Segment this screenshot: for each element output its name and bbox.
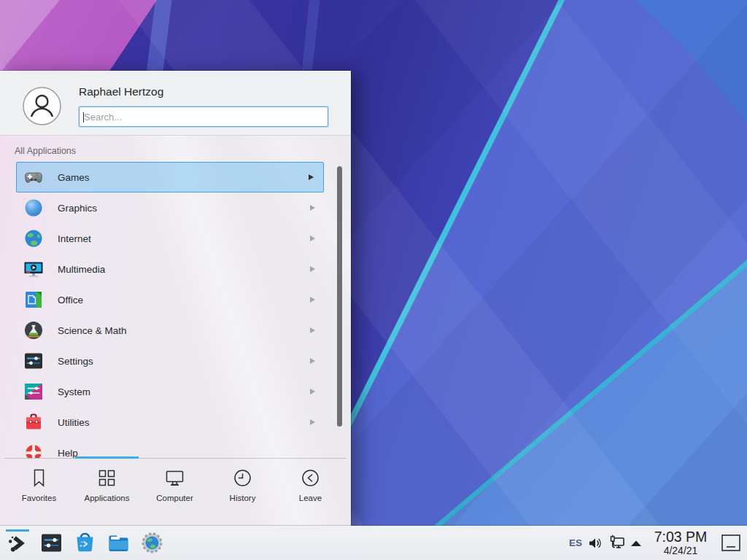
- category-office[interactable]: Office: [16, 284, 324, 315]
- category-list: Games Graphics Intern: [0, 162, 336, 458]
- user-name: Raphael Hertzog: [79, 85, 163, 98]
- active-tab-indicator: [75, 456, 139, 459]
- section-label: All Applications: [15, 146, 76, 156]
- category-label: Multimedia: [58, 264, 105, 275]
- submenu-arrow-icon: [310, 236, 315, 241]
- submenu-arrow-icon: [310, 266, 315, 272]
- submenu-arrow-icon: [310, 205, 315, 211]
- utilities-icon: [24, 413, 43, 432]
- application-launcher-button[interactable]: [4, 529, 31, 558]
- category-label: Games: [58, 172, 90, 183]
- show-desktop-button[interactable]: [719, 529, 743, 557]
- desktop: Raphael Hertzog All Applications: [0, 0, 747, 560]
- submenu-arrow-icon: [310, 389, 315, 394]
- tab-label: History: [230, 494, 256, 502]
- tray-expand-button[interactable]: [629, 526, 643, 560]
- category-graphics[interactable]: Graphics: [16, 192, 324, 223]
- search-input[interactable]: [79, 106, 328, 127]
- office-icon: [24, 290, 43, 309]
- games-icon: [24, 168, 43, 187]
- tab-favorites[interactable]: Favorites: [5, 462, 73, 523]
- category-help[interactable]: Help: [16, 438, 324, 458]
- system-icon: [24, 382, 43, 401]
- caret-up-icon: [630, 540, 642, 547]
- multimedia-icon: [24, 260, 43, 279]
- app-launcher-icon: [6, 531, 30, 555]
- category-settings[interactable]: Settings: [16, 346, 324, 376]
- category-label: System: [58, 386, 90, 397]
- category-label: Graphics: [58, 203, 97, 214]
- leave-icon: [300, 467, 321, 489]
- volume-icon: [587, 534, 605, 552]
- category-multimedia[interactable]: Multimedia: [16, 254, 324, 284]
- settings-icon: [24, 351, 43, 370]
- taskbar-app-icons: [4, 526, 165, 560]
- application-launcher-menu: Raphael Hertzog All Applications: [0, 71, 351, 526]
- category-utilities[interactable]: Utilities: [16, 407, 324, 438]
- submenu-arrow-icon: [310, 327, 315, 333]
- tabbar-separator: [4, 458, 347, 459]
- file-manager-button[interactable]: [105, 529, 131, 558]
- tab-label: Favorites: [22, 494, 56, 502]
- tab-label: Leave: [299, 494, 322, 502]
- launcher-header: Raphael Hertzog: [0, 71, 351, 136]
- tab-label: Computer: [156, 494, 193, 502]
- help-icon: [24, 443, 43, 458]
- digital-clock[interactable]: 7:03 PM 4/24/21: [646, 526, 715, 560]
- category-label: Office: [58, 295, 83, 306]
- clock-icon: [232, 467, 253, 489]
- bookmark-icon: [28, 467, 50, 489]
- grid-icon: [96, 467, 117, 489]
- tab-computer[interactable]: Computer: [141, 462, 209, 523]
- tab-leave[interactable]: Leave: [276, 462, 344, 523]
- user-avatar-icon: [23, 87, 61, 125]
- list-scrollbar[interactable]: [337, 166, 342, 427]
- discover-icon: [73, 531, 97, 555]
- category-games[interactable]: Games: [16, 162, 324, 192]
- system-settings-button[interactable]: [38, 529, 64, 558]
- launcher-tabbar: Favorites Applications Computer: [5, 462, 344, 523]
- submenu-arrow-icon: [310, 297, 315, 303]
- clock-date: 4/24/21: [664, 545, 698, 556]
- category-label: Settings: [58, 356, 93, 367]
- monitor-icon: [164, 467, 185, 489]
- volume-button[interactable]: [587, 526, 605, 560]
- file-manager-icon: [107, 531, 131, 555]
- tab-label: Applications: [84, 494, 129, 502]
- tab-applications[interactable]: Applications: [73, 462, 141, 523]
- internet-icon: [24, 229, 43, 248]
- science-icon: [24, 321, 43, 340]
- show-desktop-icon: [721, 534, 741, 553]
- category-label: Internet: [58, 233, 91, 244]
- web-browser-button[interactable]: [139, 529, 165, 558]
- category-internet[interactable]: Internet: [16, 223, 324, 254]
- network-button[interactable]: [607, 526, 627, 560]
- web-browser-icon: [140, 531, 164, 555]
- category-science-math[interactable]: Science & Math: [16, 315, 324, 346]
- submenu-arrow-icon: [310, 358, 315, 364]
- category-label: Utilities: [58, 417, 90, 428]
- submenu-arrow-icon: [309, 174, 314, 180]
- category-system[interactable]: System: [16, 376, 324, 407]
- category-label: Science & Math: [58, 325, 127, 336]
- taskbar-panel: ES 7:03 PM 4/24/2: [0, 526, 747, 560]
- submenu-arrow-icon: [310, 419, 315, 425]
- keyboard-layout-indicator[interactable]: ES: [566, 526, 585, 560]
- network-wired-icon: [608, 534, 627, 553]
- tab-history[interactable]: History: [209, 462, 276, 523]
- clock-time: 7:03 PM: [654, 530, 708, 545]
- discover-button[interactable]: [71, 529, 98, 558]
- graphics-icon: [24, 198, 43, 217]
- system-settings-icon: [39, 531, 63, 555]
